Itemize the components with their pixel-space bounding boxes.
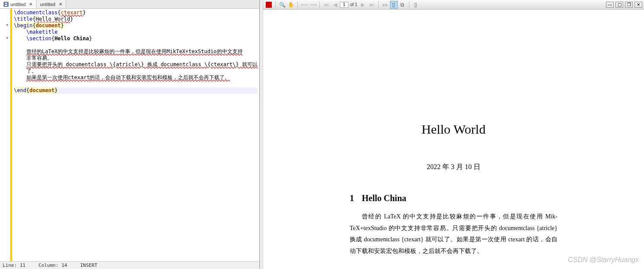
view-continuous-icon[interactable]: ▯ [390,1,398,9]
svg-rect-2 [5,3,7,4]
editor-status-bar: Line: 11 Column: 14 INSERT [0,261,259,269]
nav-forward-icon[interactable]: ⟹ [309,1,317,9]
latex-arg: document [29,87,55,93]
svg-rect-1 [5,5,7,6]
pdf-viewer-pane: 🔍 ✋ ⟸ ⟹ ⏮ ◀ of 1 ▶ ⏭ ▭ ▯ ⧉ ▯ — ▢ ❐ ✕ Hel… [263,0,644,269]
status-mode: INSERT [80,263,97,268]
code-text: 曾经的LaTeX的中文支持是比较麻烦的一件事，但是现在使用MikTeX+texS… [26,48,243,54]
pdf-section-heading: 1Hello China [350,193,557,203]
latex-arg: document [36,22,61,29]
editor-pane: untitled ✕ untitled ✕ ▾ ▾ \documentclass… [0,0,260,269]
zoom-icon[interactable]: 🔍 [278,1,286,9]
close-window-icon[interactable]: ✕ [634,2,642,8]
window-controls: — ▢ ❐ ✕ [606,2,642,8]
status-line: Line: 11 [3,263,26,268]
tab-label: untitled [10,2,26,7]
editor-tab-2[interactable]: untitled ✕ [36,0,66,8]
page-count-label: of 1 [350,2,357,7]
editor-tab-1[interactable]: untitled ✕ [0,0,36,8]
code-text: 只需要把开头的 documentclass \{atricle\} 换成 doc… [26,61,258,67]
pdf-date: 2022 年 3 月 10 日 [350,163,557,172]
fold-marker-icon[interactable]: ▾ [0,22,10,28]
code-text: 如果是第一次使用ctexart的话，会自动下载和安装宏包和模板，之后就不会再下载… [26,74,230,80]
close-icon[interactable]: ✕ [29,2,32,6]
fold-marker-icon[interactable]: ▾ [0,35,10,41]
latex-command: \section [26,35,52,42]
view-facing-icon[interactable]: ⧉ [399,1,406,9]
page-number-input[interactable] [340,2,348,8]
latex-command: \maketitle [26,29,58,35]
latex-command: \documentclass [14,10,58,16]
code-editor[interactable]: \documentclass{ctexart} \title{Hello Wor… [12,9,259,261]
latex-arg: ctexart [61,10,83,16]
save-disk-icon [3,2,9,7]
pdf-page: Hello World 2022 年 3 月 10 日 1Hello China… [324,10,583,269]
latex-command: \begin [14,22,32,29]
code-text: 了。 [26,68,37,74]
pdf-app-icon [265,1,273,9]
code-text: 非常容易。 [26,55,52,61]
minimize-icon[interactable]: — [606,2,614,8]
restore-icon[interactable]: ❐ [625,2,633,8]
latex-command: \end [14,87,26,93]
watermark: CSDN @StarryHuangx [568,256,639,264]
pdf-toolbar: 🔍 ✋ ⟸ ⟹ ⏮ ◀ of 1 ▶ ⏭ ▭ ▯ ⧉ ▯ — ▢ ❐ ✕ [263,0,644,10]
pdf-body-text: 曾经的 LaTeX 的中文支持是比较麻烦的一件事，但是现在使用 Mik-TeX+… [350,211,557,257]
prev-page-icon[interactable]: ◀ [331,1,339,9]
last-page-icon[interactable]: ⏭ [368,1,376,9]
view-single-icon[interactable]: ▭ [381,1,389,9]
pdf-title: Hello World [350,122,557,137]
pdf-viewport[interactable]: Hello World 2022 年 3 月 10 日 1Hello China… [263,10,644,269]
latex-command: \title [14,16,32,22]
pane-divider[interactable] [260,0,263,269]
maximize-icon[interactable]: ▢ [615,2,623,8]
first-page-icon[interactable]: ⏮ [322,1,330,9]
status-column: Column: 14 [39,263,67,268]
next-page-icon[interactable]: ▶ [359,1,367,9]
editor-area[interactable]: ▾ ▾ \documentclass{ctexart} \title{Hello… [0,9,259,261]
hand-tool-icon[interactable]: ✋ [287,1,295,9]
view-book-icon[interactable]: ▯ [412,1,420,9]
pdf-section-title: Hello China [362,193,406,203]
latex-arg: Hello China [55,35,89,42]
latex-arg: Hello World [36,16,70,22]
editor-tab-bar: untitled ✕ untitled ✕ [0,0,259,9]
close-icon[interactable]: ✕ [59,2,62,6]
pdf-section-number: 1 [350,193,354,203]
editor-gutter: ▾ ▾ [0,9,10,261]
tab-label: untitled [40,2,55,7]
nav-back-icon[interactable]: ⟸ [300,1,308,9]
